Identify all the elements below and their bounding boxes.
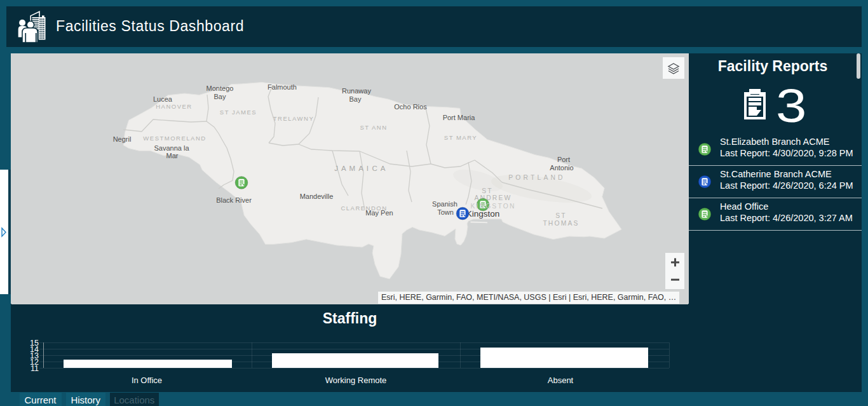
- svg-text:Bay: Bay: [349, 95, 362, 103]
- svg-text:WESTMORELAND: WESTMORELAND: [143, 135, 206, 142]
- svg-text:Falmouth: Falmouth: [268, 83, 297, 91]
- svg-text:ST: ST: [482, 187, 493, 194]
- svg-text:Port: Port: [557, 156, 570, 163]
- svg-text:Runaway: Runaway: [342, 87, 371, 95]
- svg-text:ST: ST: [555, 212, 567, 219]
- svg-text:Mandeville: Mandeville: [300, 193, 334, 200]
- svg-text:Negril: Negril: [113, 135, 132, 143]
- svg-text:Mar: Mar: [166, 152, 179, 159]
- svg-text:TRELAWNY: TRELAWNY: [273, 115, 314, 122]
- svg-text:ST ANN: ST ANN: [360, 124, 387, 131]
- svg-text:Port Maria: Port Maria: [443, 114, 476, 121]
- svg-text:Town: Town: [437, 208, 454, 216]
- svg-text:Bay: Bay: [214, 93, 226, 100]
- svg-text:Black River: Black River: [216, 196, 252, 204]
- svg-text:Savanna la: Savanna la: [154, 144, 189, 152]
- svg-text:Antonio: Antonio: [550, 164, 573, 172]
- svg-text:J A M A I C A: J A M A I C A: [334, 165, 386, 172]
- svg-text:Spanish: Spanish: [432, 200, 458, 208]
- svg-text:THOMAS: THOMAS: [543, 220, 579, 227]
- svg-text:ST JAMES: ST JAMES: [220, 109, 257, 116]
- svg-text:HANOVER: HANOVER: [156, 103, 192, 110]
- svg-text:KINGSTON: KINGSTON: [470, 203, 515, 210]
- svg-text:Ocho Rios: Ocho Rios: [394, 103, 427, 111]
- svg-text:Lucea: Lucea: [153, 95, 173, 103]
- svg-text:PORTLAND: PORTLAND: [508, 174, 565, 181]
- svg-text:Montego: Montego: [207, 85, 234, 92]
- svg-text:ST MARY: ST MARY: [444, 134, 477, 141]
- svg-text:May Pen: May Pen: [365, 209, 393, 217]
